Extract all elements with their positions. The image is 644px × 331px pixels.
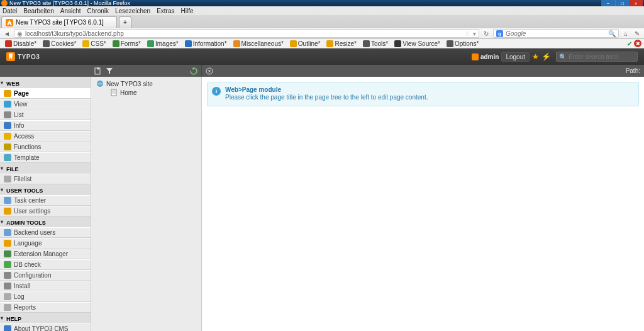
devtool-viewsource[interactable]: View Source* (392, 40, 443, 47)
window-close-button[interactable]: × (629, 0, 643, 6)
devtool-disable[interactable]: Disable* (3, 40, 39, 47)
module-item-label: Task center (14, 197, 46, 204)
browser-tab[interactable]: New TYPO3 site [TYPO3 6.0.1] (1, 16, 117, 28)
module-item-functions[interactable]: Functions (0, 142, 91, 152)
module-group-header-help[interactable]: HELP (0, 314, 91, 323)
module-item-about-typo3-cms[interactable]: About TYPO3 CMS (0, 323, 91, 331)
module-item-db-check[interactable]: DB check (0, 259, 91, 270)
devtool-icon (447, 40, 453, 47)
module-item-configuration[interactable]: Configuration (0, 270, 91, 281)
module-item-icon (4, 143, 11, 150)
devtool-tools[interactable]: Tools* (360, 40, 391, 47)
user-name: admin (480, 53, 499, 60)
devtools-button[interactable]: ✎ (633, 29, 641, 38)
module-group-header-admin-tools[interactable]: ADMIN TOOLS (0, 218, 91, 227)
typo3-search[interactable]: 🔍 (556, 52, 638, 62)
module-item-label: Functions (14, 143, 41, 150)
module-item-extension-manager[interactable]: Extension Manager (0, 249, 91, 259)
module-group-header-web[interactable]: WEB (0, 79, 91, 88)
menu-extras[interactable]: Extras (157, 8, 174, 14)
page-icon (110, 89, 118, 96)
dropdown-icon[interactable]: ▾ (473, 30, 476, 37)
devtool-information[interactable]: Information* (182, 40, 230, 47)
module-item-icon (4, 111, 11, 118)
refresh-tree-icon[interactable] (190, 67, 197, 75)
url-input[interactable] (25, 30, 462, 37)
module-item-install[interactable]: Install (0, 281, 91, 291)
url-bar[interactable]: ◉ ☆ ▾ (14, 29, 479, 38)
bookmarks-icon[interactable]: ★ (532, 52, 539, 61)
module-item-page[interactable]: Page (0, 88, 91, 99)
new-tab-button[interactable]: + (119, 16, 131, 28)
module-item-icon (4, 122, 11, 129)
devtool-images[interactable]: Images* (145, 40, 181, 47)
reload-button[interactable]: ↻ (482, 29, 491, 38)
logout-button[interactable]: Logout (501, 52, 530, 62)
typo3-search-input[interactable] (569, 53, 635, 60)
path-label: Path: (626, 67, 640, 74)
devtool-css[interactable]: CSS* (80, 40, 108, 47)
menu-hilfe[interactable]: Hilfe (181, 8, 194, 14)
devtool-miscellaneous[interactable]: Miscellaneous* (231, 40, 286, 47)
devtool-resize[interactable]: Resize* (324, 40, 358, 47)
module-group-header-user-tools[interactable]: USER TOOLS (0, 186, 91, 195)
devtool-icon (185, 40, 192, 47)
clear-cache-icon[interactable]: ⚡ (541, 52, 551, 61)
module-item-icon (4, 154, 11, 161)
module-item-access[interactable]: Access (0, 131, 91, 142)
menu-datei[interactable]: Datei (3, 8, 17, 14)
module-item-template[interactable]: Template (0, 152, 91, 163)
devtool-icon (5, 40, 12, 47)
menu-ansicht[interactable]: Ansicht (60, 8, 81, 14)
tree-root-node[interactable]: New TYPO3 site (92, 79, 200, 88)
bookmark-star-icon[interactable]: ☆ (465, 30, 470, 37)
devtool-cookies[interactable]: Cookies* (40, 40, 79, 47)
module-item-info[interactable]: Info (0, 120, 91, 131)
tab-title: New TYPO3 site [TYPO3 6.0.1] (16, 19, 104, 26)
typo3-secondary-bar: Path: (0, 65, 644, 77)
devtool-outline[interactable]: Outline* (287, 40, 323, 47)
devtool-forms[interactable]: Forms* (110, 40, 143, 47)
menu-chronik[interactable]: Chronik (87, 8, 109, 14)
site-root-icon (96, 80, 104, 87)
window-titlebar: New TYPO3 site [TYPO3 6.0.1] - Mozilla F… (0, 0, 644, 6)
window-maximize-button[interactable]: □ (615, 0, 629, 6)
home-button[interactable]: ⌂ (621, 29, 630, 38)
typo3-logo[interactable]: TYPO3 (6, 52, 40, 61)
devtool-icon (147, 40, 154, 47)
user-icon (472, 53, 479, 60)
menu-bearbeiten[interactable]: Bearbeiten (23, 8, 53, 14)
validation-ok-icon[interactable]: ✔ (627, 40, 632, 47)
module-item-icon (4, 197, 11, 204)
back-button[interactable]: ◄ (3, 29, 11, 38)
devtool-icon (394, 40, 401, 47)
typo3-favicon-icon (6, 19, 13, 26)
current-user[interactable]: admin (472, 53, 499, 60)
module-item-icon (4, 101, 11, 108)
info-title: Web>Page module (225, 86, 633, 93)
toggle-panel-icon[interactable] (206, 67, 213, 75)
module-group-header-file[interactable]: FILE (0, 164, 91, 174)
devtool-options[interactable]: Options* (444, 40, 481, 47)
module-item-log[interactable]: Log (0, 291, 91, 302)
filter-icon[interactable] (106, 67, 113, 75)
module-item-view[interactable]: View (0, 99, 91, 109)
browser-search-input[interactable] (506, 30, 606, 37)
search-icon[interactable]: 🔍 (608, 30, 616, 37)
new-page-icon[interactable] (94, 67, 102, 75)
module-item-list[interactable]: List (0, 109, 91, 120)
module-item-backend-users[interactable]: Backend users (0, 227, 91, 238)
validation-error-icon[interactable]: ✖ (634, 40, 641, 47)
browser-search-bar[interactable]: g 🔍 (493, 29, 619, 38)
module-item-task-center[interactable]: Task center (0, 195, 91, 206)
window-minimize-button[interactable]: − (601, 0, 615, 6)
devtool-label: Disable* (13, 40, 36, 47)
module-item-user-settings[interactable]: User settings (0, 206, 91, 216)
tree-node-home[interactable]: Home (106, 88, 200, 97)
module-item-language[interactable]: Language (0, 238, 91, 249)
module-item-filelist[interactable]: Filelist (0, 174, 91, 184)
module-item-reports[interactable]: Reports (0, 302, 91, 313)
menu-lesezeichen[interactable]: Lesezeichen (115, 8, 150, 14)
module-item-label: Page (14, 90, 29, 97)
module-item-icon (4, 261, 11, 268)
